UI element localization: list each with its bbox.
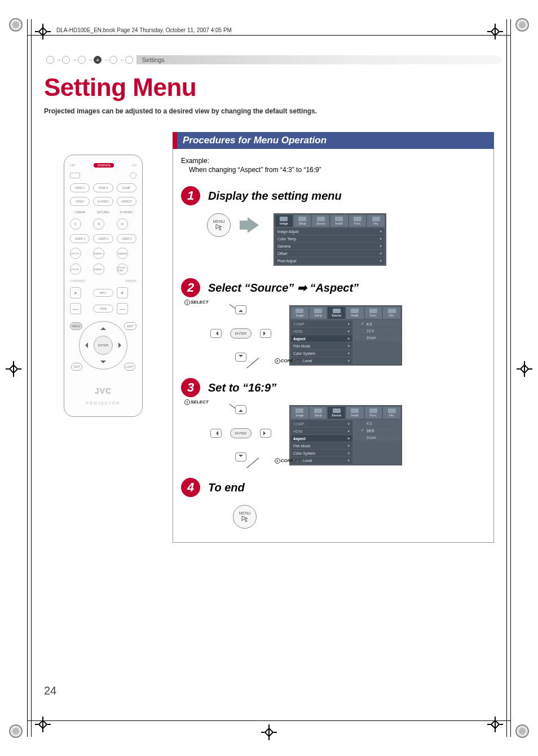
osd-opt-169: 16:9 bbox=[353, 328, 400, 334]
remote-gamma-button: GAMMA bbox=[117, 248, 128, 259]
remote-right-button bbox=[118, 342, 124, 348]
osd-opt-zoom: Zoom bbox=[353, 335, 400, 341]
nav-right-button bbox=[260, 429, 271, 438]
osd-tab-setup: Setup bbox=[294, 215, 311, 227]
osd-tab-info: Info. bbox=[383, 407, 400, 419]
remote-dynamic-button: D bbox=[117, 218, 128, 230]
step-number: 2 bbox=[181, 278, 200, 297]
osd-source-menu-169: Image Setup Source Install. Func. Info. … bbox=[289, 405, 402, 465]
frame-line bbox=[27, 19, 32, 737]
confirm-callout: 2CONFIRM bbox=[275, 458, 302, 464]
crosshair-mark bbox=[261, 724, 277, 740]
procedure-header-text: Procedures for Menu Operation bbox=[177, 132, 494, 149]
select-callout: 1SELECT bbox=[184, 399, 209, 405]
nav-right-button bbox=[260, 329, 271, 338]
osd-opt-zoom: Zoom bbox=[353, 434, 400, 441]
osd-tab-setup: Setup bbox=[310, 407, 327, 419]
osd-tab-setup: Setup bbox=[310, 307, 327, 319]
remote-test-button: TEST bbox=[71, 363, 82, 371]
osd-row: Film Mode▸ bbox=[291, 442, 352, 449]
remote-contrast-label: CONTRAST bbox=[70, 279, 86, 283]
registration-mark bbox=[9, 724, 23, 738]
osd-tab-source: Source bbox=[328, 407, 345, 419]
breadcrumb-step bbox=[78, 56, 86, 64]
frame-line bbox=[27, 35, 511, 36]
osd-source-menu-43: Image Setup Source Install. Func. Info. … bbox=[289, 305, 402, 366]
osd-row-aspect: Aspect▸ bbox=[291, 435, 352, 442]
remote-video-button: VIDEO bbox=[70, 197, 90, 206]
example-label: Example: bbox=[181, 157, 486, 165]
remote-exit-button: EXIT bbox=[124, 322, 136, 330]
breadcrumb-label: Settings bbox=[136, 55, 502, 64]
osd-row: Color Temp.▸ bbox=[275, 235, 385, 242]
nav-enter-button: ENTER bbox=[230, 328, 252, 339]
remote-hide-button: HIDE bbox=[93, 305, 113, 313]
registration-mark bbox=[9, 18, 23, 32]
remote-menu-button: MENU bbox=[70, 322, 82, 330]
crosshair-mark bbox=[35, 717, 51, 732]
osd-row: Gamma▸ bbox=[275, 243, 385, 249]
select-callout: 1SELECT bbox=[184, 300, 209, 305]
running-header: DLA-HD100E_EN.book Page 24 Thursday, Oct… bbox=[56, 27, 232, 33]
osd-row: Offset▸ bbox=[275, 250, 385, 257]
menu-button-label: MENU bbox=[239, 511, 251, 515]
nav-left-button bbox=[210, 329, 222, 338]
frame-line bbox=[506, 19, 511, 737]
osd-tab-info: Info. bbox=[367, 215, 385, 227]
breadcrumb-step bbox=[62, 56, 70, 64]
remote-aspect-button: ASPECT bbox=[117, 197, 136, 206]
osd-row-aspect: Aspect▸ bbox=[291, 335, 352, 342]
osd-tab-source: Source bbox=[312, 215, 329, 227]
remote-natural-button: N bbox=[93, 218, 104, 230]
remote-down-button bbox=[100, 361, 106, 366]
registration-mark bbox=[515, 18, 529, 32]
step-number: 3 bbox=[181, 378, 200, 397]
remote-operate-label: OPERATE bbox=[94, 163, 114, 168]
remote-dynamic-label: DYNAMIC bbox=[117, 210, 136, 214]
osd-row: Color System▸ bbox=[291, 450, 352, 456]
osd-tab-image: Image bbox=[291, 407, 308, 419]
remote-colortemp-button: COLOR TEMP bbox=[117, 263, 128, 275]
breadcrumb: 4 Settings bbox=[36, 54, 502, 65]
nav-down-button bbox=[235, 452, 246, 461]
crosshair-mark bbox=[487, 717, 503, 732]
enter-dpad-illustration: 1SELECT ENTER 2CONFIRM bbox=[207, 305, 275, 362]
remote-on-button bbox=[130, 172, 136, 179]
menu-button-illustration: MENU bbox=[207, 213, 231, 237]
remote-off-label: OFF bbox=[70, 164, 76, 167]
osd-tab-install: Install. bbox=[346, 407, 364, 419]
osd-row: Image Adjust▸ bbox=[275, 228, 385, 235]
osd-image-menu: Image Setup Source Install. Func. Info. … bbox=[274, 213, 386, 266]
remote-natural-label: NATURAL bbox=[93, 210, 113, 214]
crosshair-mark bbox=[35, 24, 51, 39]
page-title: Setting Menu bbox=[44, 73, 494, 102]
osd-tab-func: Func. bbox=[365, 307, 382, 319]
nav-up-button bbox=[235, 305, 246, 314]
remote-left-button bbox=[82, 342, 88, 348]
remote-svideo-button: S-VIDEO bbox=[93, 197, 113, 206]
osd-opt-43: 4:3 bbox=[353, 420, 400, 427]
remote-user2-button: USER 2 bbox=[93, 234, 113, 243]
remote-user1-button: USER 1 bbox=[70, 234, 90, 243]
remote-sharpminus-button: SHARP − bbox=[93, 263, 104, 275]
nav-left-button bbox=[210, 429, 222, 438]
osd-opt-43: ✓4:3 bbox=[353, 320, 400, 327]
breadcrumb-step bbox=[109, 56, 117, 64]
remote-bright-label: BRIGHT bbox=[126, 279, 136, 283]
remote-illustration: OFF OPERATE ON HDMI 1 HDMI 2 COMP. VIDEO… bbox=[64, 155, 143, 417]
osd-tab-image: Image bbox=[275, 215, 293, 227]
remote-comp-button: COMP. bbox=[117, 183, 136, 192]
page-number: 24 bbox=[44, 684, 56, 697]
confirm-callout: 2CONFIRM bbox=[275, 358, 302, 364]
menu-button-illustration: MENU bbox=[233, 505, 257, 529]
osd-tab-install: Install. bbox=[346, 307, 364, 319]
osd-tab-func: Func. bbox=[349, 215, 367, 227]
crosshair-mark bbox=[517, 361, 532, 377]
step-number: 4 bbox=[181, 478, 200, 497]
osd-tab-func: Func. bbox=[365, 407, 382, 419]
osd-tab-info: Info. bbox=[383, 307, 400, 319]
arrow-right-glyph: ➡ bbox=[297, 282, 307, 294]
crosshair-mark bbox=[6, 361, 21, 377]
osd-row: COMP.▸ bbox=[291, 320, 352, 327]
crosshair-mark bbox=[487, 24, 503, 39]
